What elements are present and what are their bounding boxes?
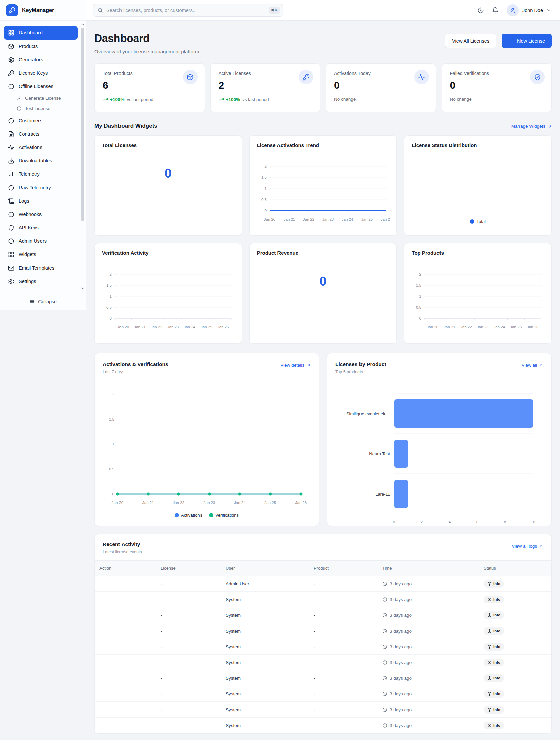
notifications-button[interactable] (492, 7, 499, 14)
app-name: KeyManager (22, 7, 54, 13)
table-row[interactable]: - System - 3 days ago Info (95, 718, 551, 733)
user-menu[interactable]: John Doe (507, 4, 551, 16)
page-title: Dashboard (94, 32, 199, 45)
status-badge: Info (484, 674, 504, 682)
file-icon (8, 131, 14, 137)
sidebar-item-webhooks[interactable]: Webhooks (4, 208, 78, 221)
info-icon (487, 597, 492, 602)
trend-up-icon (219, 97, 224, 102)
sidebar-item-email-templates[interactable]: Email Templates (4, 261, 78, 275)
cell-time: 3 days ago (378, 592, 479, 607)
table-row[interactable]: - System - 3 days ago Info (95, 607, 551, 623)
dark-mode-toggle[interactable] (477, 7, 484, 14)
svg-text:2: 2 (112, 392, 114, 396)
cell-status: Info (479, 702, 551, 718)
svg-text:Jan 26: Jan 26 (217, 325, 229, 329)
status-badge: Info (484, 690, 504, 698)
sidebar-item-offline-licenses[interactable]: Offline Licenses (4, 80, 78, 93)
table-row[interactable]: - System - 3 days ago Info (95, 655, 551, 670)
sidebar-item-label: Raw Telemetry (19, 185, 51, 190)
stat-card-total-products: Total Products 6 +100%vs last period (94, 63, 205, 112)
svg-text:Lara-11: Lara-11 (375, 492, 390, 497)
panel-title: Activations & Verifications (103, 361, 311, 367)
collapse-button[interactable]: Collapse (0, 293, 86, 310)
table-row[interactable]: - System - 3 days ago Info (95, 639, 551, 655)
sidebar-item-logs[interactable]: Logs (4, 194, 78, 208)
stat-label: Total Products (103, 71, 196, 76)
table-row[interactable]: - System - 3 days ago Info (95, 623, 551, 639)
moon-icon (477, 7, 484, 14)
cell-user: System (221, 718, 309, 733)
cell-user: Admin User (221, 576, 309, 592)
table-row[interactable]: - System - 3 days ago Info (95, 686, 551, 702)
search-input[interactable] (106, 8, 265, 13)
widget-total-licenses: Total Licenses0 (94, 135, 242, 236)
view-all-licenses-button[interactable]: View All Licenses (445, 34, 496, 48)
sidebar-item-api-keys[interactable]: API Keys (4, 221, 78, 234)
sidebar-item-generate-license[interactable]: Generate License (14, 93, 78, 103)
scroll-up-icon[interactable] (81, 22, 85, 26)
stat-label: Activations Today (334, 71, 428, 76)
manage-widgets-link[interactable]: Manage Widgets (511, 124, 552, 129)
status-badge: Info (484, 706, 504, 714)
svg-text:8: 8 (504, 520, 506, 524)
view-all-link[interactable]: View all (522, 363, 543, 368)
table-row[interactable]: - System - 3 days ago Info (95, 702, 551, 718)
status-badge: Info (484, 722, 504, 729)
sidebar-item-downloadables[interactable]: Downloadables (4, 154, 78, 167)
sidebar-scrollbar[interactable] (81, 22, 85, 290)
sidebar-item-activations[interactable]: Activations (4, 141, 78, 154)
cell-action (95, 576, 156, 592)
svg-text:Jan 23: Jan 23 (167, 325, 179, 329)
table-row[interactable]: - System - 3 days ago Info (95, 592, 551, 607)
svg-text:0.5: 0.5 (261, 198, 267, 202)
gear-icon (8, 57, 14, 63)
sidebar-item-test-license[interactable]: Test License (14, 103, 78, 114)
sidebar-item-admin-users[interactable]: Admin Users (4, 234, 78, 248)
gear-icon (8, 278, 14, 285)
sidebar-item-license-keys[interactable]: License Keys (4, 66, 78, 80)
sidebar-item-label: Email Templates (19, 265, 54, 271)
sidebar-item-customers[interactable]: Customers (4, 114, 78, 127)
sidebar-item-raw-telemetry[interactable]: Raw Telemetry (4, 181, 78, 194)
search-icon (97, 7, 103, 13)
sidebar-item-label: Logs (19, 198, 29, 204)
view-all-logs-link[interactable]: View all logs (512, 544, 543, 549)
svg-text:10: 10 (531, 520, 535, 524)
svg-text:Jan 22: Jan 22 (173, 501, 184, 505)
info-icon (487, 692, 492, 696)
sidebar-item-dashboard[interactable]: Dashboard (4, 26, 78, 40)
sidebar-item-products[interactable]: Products (4, 40, 78, 53)
svg-text:1.5: 1.5 (106, 283, 112, 287)
sidebar-item-label: Customers (19, 118, 42, 123)
sidebar-item-label: Dashboard (19, 30, 43, 35)
cell-user: System (221, 686, 309, 702)
sidebar-item-generators[interactable]: Generators (4, 53, 78, 66)
table-row[interactable]: - Admin User - 3 days ago Info (95, 576, 551, 592)
stat-card-failed-verifications: Failed Verifications 0 No change (442, 63, 552, 112)
panel-subtitle: Last 7 days (103, 370, 311, 374)
svg-text:Jan 26: Jan 26 (380, 217, 389, 221)
svg-text:0: 0 (112, 492, 114, 496)
svg-text:Jan 20: Jan 20 (427, 325, 439, 329)
new-license-button[interactable]: New License (502, 34, 552, 48)
sidebar-item-telemetry[interactable]: Telemetry (4, 167, 78, 181)
sidebar-item-widgets[interactable]: Widgets (4, 248, 78, 261)
scrollbar-thumb[interactable] (81, 28, 84, 221)
scroll-down-icon[interactable] (81, 286, 85, 290)
table-row[interactable]: - System - 3 days ago Info (95, 670, 551, 686)
cell-license: - (156, 639, 221, 655)
view-details-link[interactable]: View details (280, 363, 311, 368)
sidebar-item-settings[interactable]: Settings (4, 275, 78, 288)
widget-title: Top Products (412, 250, 544, 256)
svg-text:4: 4 (449, 520, 451, 524)
info-icon (487, 582, 492, 586)
svg-text:0: 0 (110, 316, 112, 320)
widget-title: License Activations Trend (257, 142, 389, 148)
collapse-label: Collapse (38, 299, 56, 304)
search-box[interactable]: ⌘K (93, 4, 283, 17)
sidebar-item-label: Admin Users (19, 238, 47, 244)
svg-text:Jan 25: Jan 25 (264, 501, 276, 505)
sidebar-item-contracts[interactable]: Contracts (4, 127, 78, 141)
cell-user: System (221, 592, 309, 607)
